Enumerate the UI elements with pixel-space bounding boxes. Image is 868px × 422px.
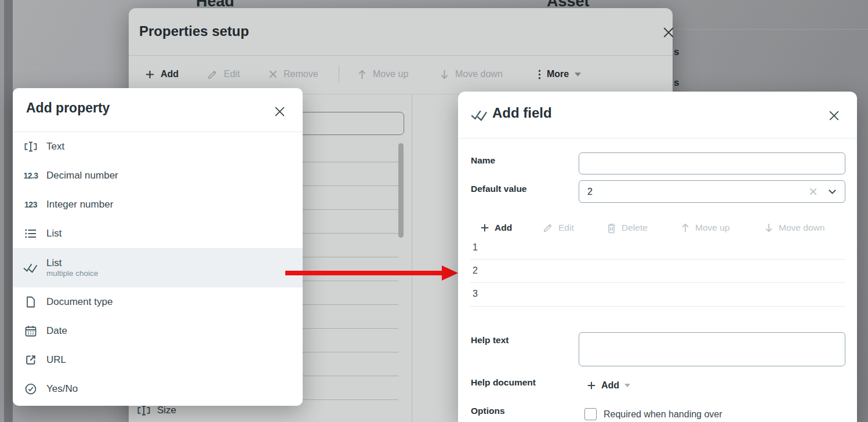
value-list-item[interactable]: 2 bbox=[458, 259, 857, 282]
close-icon[interactable] bbox=[828, 110, 840, 121]
value-list-item[interactable]: 3 bbox=[458, 282, 857, 305]
property-type-label: Text bbox=[46, 141, 64, 152]
required-checkbox[interactable] bbox=[584, 408, 597, 420]
delete-value-button[interactable]: Delete bbox=[606, 220, 648, 235]
property-type-label: Document type bbox=[46, 296, 112, 308]
add-value-button[interactable]: Add bbox=[480, 220, 512, 235]
property-type-label: Yes/No bbox=[46, 383, 78, 395]
options-label: Options bbox=[471, 406, 505, 416]
check-circle-icon bbox=[23, 383, 39, 395]
required-checkbox-label: Required when handing over bbox=[604, 409, 722, 420]
trash-icon bbox=[606, 223, 616, 234]
property-type-list: Text 12.3 Decimal number 123 Integer num… bbox=[13, 132, 303, 403]
close-icon[interactable] bbox=[274, 106, 285, 117]
help-text-input[interactable] bbox=[579, 332, 845, 366]
property-type-label: List bbox=[46, 257, 98, 269]
move-value-down-button-label: Move down bbox=[779, 223, 825, 233]
multi-check-icon bbox=[23, 262, 39, 274]
plus-icon bbox=[480, 223, 489, 232]
property-type-label: Date bbox=[46, 325, 67, 337]
property-type-label: Decimal number bbox=[46, 170, 118, 181]
move-value-up-button-label: Move up bbox=[695, 223, 729, 233]
property-type-sublabel: multiple choice bbox=[46, 269, 98, 279]
text-field-icon bbox=[23, 141, 39, 152]
add-help-document-button[interactable]: Add bbox=[587, 380, 630, 391]
edit-value-button-label: Edit bbox=[558, 223, 574, 233]
property-type-label: URL bbox=[46, 354, 66, 366]
edit-value-button[interactable]: Edit bbox=[543, 220, 574, 235]
list-icon bbox=[23, 229, 39, 238]
add-value-button-label: Add bbox=[495, 223, 512, 233]
document-icon bbox=[23, 296, 39, 308]
arrow-down-icon bbox=[764, 223, 773, 233]
property-type-list[interactable]: List bbox=[13, 219, 303, 248]
property-type-yesno[interactable]: Yes/No bbox=[13, 374, 303, 403]
name-input[interactable] bbox=[579, 152, 845, 174]
default-value-select[interactable]: 2 bbox=[579, 180, 845, 203]
delete-value-button-label: Delete bbox=[622, 223, 648, 233]
list-divider bbox=[470, 306, 845, 307]
plus-icon bbox=[587, 381, 596, 390]
property-type-label: Integer number bbox=[46, 199, 113, 210]
arrow-up-icon bbox=[681, 223, 690, 233]
default-value-label: Default value bbox=[471, 184, 526, 194]
value-list-item[interactable]: 1 bbox=[458, 236, 857, 259]
help-text-label: Help text bbox=[471, 335, 509, 345]
clear-icon[interactable] bbox=[809, 187, 818, 196]
red-arrow-head bbox=[442, 265, 458, 281]
help-document-label: Help document bbox=[471, 377, 536, 388]
integer-number-icon: 123 bbox=[23, 200, 39, 209]
default-value-text: 2 bbox=[587, 187, 809, 197]
property-type-text[interactable]: Text bbox=[13, 132, 303, 161]
multi-check-icon bbox=[471, 108, 488, 122]
pencil-icon bbox=[543, 223, 553, 233]
calendar-icon bbox=[23, 325, 39, 337]
caret-down-icon bbox=[624, 384, 630, 387]
name-label: Name bbox=[471, 155, 495, 166]
external-link-icon bbox=[23, 354, 39, 366]
move-value-down-button[interactable]: Move down bbox=[764, 220, 825, 235]
property-type-document[interactable]: Document type bbox=[13, 288, 303, 316]
header-divider bbox=[458, 138, 857, 139]
decimal-number-icon: 12.3 bbox=[23, 171, 39, 180]
add-field-dialog: Add field Name Default value 2 Add Edit … bbox=[458, 92, 857, 422]
move-value-up-button[interactable]: Move up bbox=[681, 220, 729, 235]
add-property-title: Add property bbox=[26, 100, 110, 116]
red-arrow-shaft bbox=[285, 271, 442, 275]
property-type-integer[interactable]: 123 Integer number bbox=[13, 190, 303, 219]
add-help-document-button-label: Add bbox=[601, 380, 619, 391]
property-type-decimal[interactable]: 12.3 Decimal number bbox=[13, 161, 303, 190]
add-field-title: Add field bbox=[492, 105, 552, 121]
add-property-dialog: Add property Text 12.3 Decimal number 12… bbox=[13, 88, 303, 406]
property-type-date[interactable]: Date bbox=[13, 316, 303, 345]
property-type-list-multiple[interactable]: List multiple choice bbox=[13, 248, 303, 288]
chevron-down-icon[interactable] bbox=[828, 189, 837, 195]
property-type-url[interactable]: URL bbox=[13, 345, 303, 374]
property-type-label: List bbox=[46, 228, 61, 239]
